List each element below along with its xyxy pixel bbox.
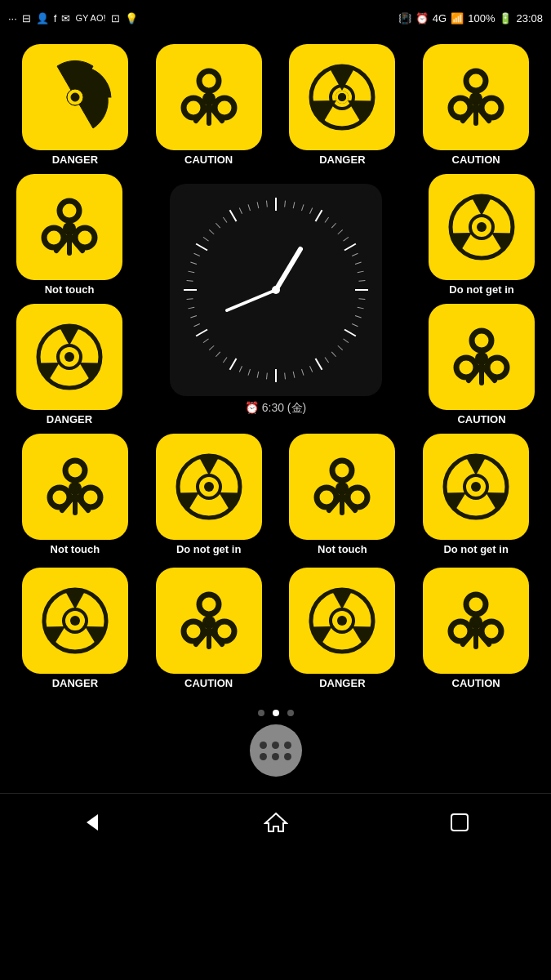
app-icon-radiation-6 — [423, 434, 529, 540]
app-icon-radiation-2 — [289, 44, 395, 150]
app-danger-4[interactable]: DANGER — [12, 568, 138, 689]
drawer-dot — [284, 753, 291, 760]
app-icon-biohazard-6 — [289, 434, 395, 540]
app-caution-3[interactable]: CAUTION — [429, 304, 535, 425]
app-icon-biohazard-4 — [429, 304, 535, 410]
app-label-not-touch-3: Not touch — [318, 543, 367, 555]
app-not-touch-3[interactable]: Not touch — [280, 434, 406, 555]
status-right: 📳 ⏰ 4G 📶 100% 🔋 23:08 — [398, 12, 543, 24]
svg-point-12 — [205, 95, 213, 103]
app-icon-radiation-7 — [22, 568, 128, 674]
nav-back-button[interactable] — [76, 806, 109, 839]
svg-point-173 — [189, 627, 198, 635]
svg-point-145 — [204, 482, 214, 492]
app-label-caution-1: CAUTION — [184, 154, 233, 166]
svg-point-9 — [205, 77, 213, 85]
svg-point-30 — [472, 95, 480, 103]
app-label-danger-5: DANGER — [319, 677, 365, 689]
drawer-grid-icon — [260, 742, 292, 760]
svg-point-40 — [81, 234, 89, 242]
app-danger-1[interactable]: DANGER — [12, 44, 138, 166]
svg-point-174 — [205, 618, 213, 626]
svg-point-3 — [71, 93, 79, 101]
svg-point-187 — [472, 600, 480, 608]
app-label-not-touch-2: Not touch — [51, 543, 100, 555]
app-label-do-not-get-in-1: Do not get in — [449, 283, 513, 296]
page-dots — [0, 697, 551, 724]
svg-point-117 — [477, 222, 487, 232]
svg-point-39 — [65, 207, 73, 215]
svg-point-28 — [487, 104, 495, 112]
app-danger-5[interactable]: DANGER — [280, 568, 406, 689]
middle-left-col: Not touch DANGER — [12, 174, 127, 425]
status-battery-icon: 🔋 — [499, 12, 512, 24]
svg-point-10 — [220, 104, 229, 112]
app-do-not-get-in-1[interactable]: Do not get in — [429, 174, 535, 296]
app-caution-2[interactable]: CAUTION — [413, 44, 539, 166]
app-icon-radiation-1 — [22, 44, 128, 150]
drawer-dot — [260, 742, 267, 749]
app-not-touch-2[interactable]: Not touch — [12, 434, 138, 555]
svg-point-49 — [64, 352, 74, 362]
app-do-not-get-in-3[interactable]: Do not get in — [413, 434, 539, 555]
status-icon-nfc: ⊡ — [111, 12, 120, 24]
app-label-caution-3: CAUTION — [457, 413, 505, 425]
svg-point-181 — [337, 616, 347, 626]
svg-point-123 — [478, 336, 486, 345]
app-do-not-get-in-2[interactable]: Do not get in — [146, 434, 272, 555]
app-label-caution-5: CAUTION — [452, 677, 500, 689]
svg-point-42 — [65, 225, 73, 233]
svg-rect-196 — [451, 814, 468, 831]
svg-point-172 — [220, 627, 229, 635]
app-icon-radiation-4 — [429, 174, 535, 280]
app-label-not-touch-1: Not touch — [45, 283, 95, 296]
app-icon-biohazard-7 — [156, 568, 262, 674]
middle-right-col: Do not get in — [424, 174, 539, 425]
app-label-do-not-get-in-2: Do not get in — [176, 543, 241, 555]
svg-point-154 — [338, 484, 346, 492]
svg-point-188 — [487, 627, 495, 635]
clock-face — [170, 184, 382, 396]
app-row-5: DANGER CAUTION — [0, 564, 551, 697]
svg-point-125 — [462, 363, 470, 372]
page-dot-3 — [287, 710, 294, 716]
app-label-caution-4: CAUTION — [184, 677, 233, 689]
svg-marker-195 — [265, 813, 287, 831]
svg-point-165 — [70, 616, 80, 626]
app-drawer-button[interactable] — [250, 724, 302, 777]
svg-point-189 — [456, 627, 464, 635]
nav-recent-button[interactable] — [443, 806, 476, 839]
app-danger-3[interactable]: DANGER — [16, 304, 122, 425]
svg-point-152 — [353, 493, 362, 501]
app-caution-5[interactable]: CAUTION — [413, 568, 539, 689]
status-icon-mail: ✉ — [61, 12, 70, 24]
app-caution-4[interactable]: CAUTION — [146, 568, 272, 689]
middle-section: Not touch DANGER — [0, 174, 551, 425]
svg-point-29 — [456, 104, 464, 112]
app-icon-radiation-5 — [156, 434, 262, 540]
svg-point-27 — [472, 77, 480, 85]
app-caution-1[interactable]: CAUTION — [146, 44, 272, 166]
app-icon-biohazard-8 — [423, 568, 529, 674]
status-dots: ··· — [8, 12, 17, 24]
app-label-danger-2: DANGER — [319, 154, 365, 166]
svg-point-113 — [272, 286, 280, 294]
status-icon-bulb: 💡 — [125, 12, 138, 24]
svg-point-171 — [205, 600, 213, 608]
nav-home-button[interactable] — [260, 806, 292, 839]
svg-point-135 — [71, 466, 79, 474]
status-vibrate: 📳 — [398, 12, 411, 24]
svg-point-136 — [87, 493, 95, 501]
svg-point-151 — [338, 466, 346, 474]
drawer-dot — [260, 753, 267, 760]
app-row-4: Not touch Do not get in — [0, 434, 551, 564]
status-icon-facebook: f — [54, 12, 57, 24]
status-icon-contacts: 👤 — [36, 12, 49, 24]
svg-point-153 — [322, 493, 331, 501]
svg-point-11 — [189, 104, 198, 112]
svg-point-190 — [472, 618, 480, 626]
svg-point-161 — [471, 482, 481, 492]
app-not-touch-1[interactable]: Not touch — [16, 174, 122, 296]
app-icon-biohazard-1 — [156, 44, 262, 150]
app-danger-2[interactable]: DANGER — [280, 44, 406, 166]
